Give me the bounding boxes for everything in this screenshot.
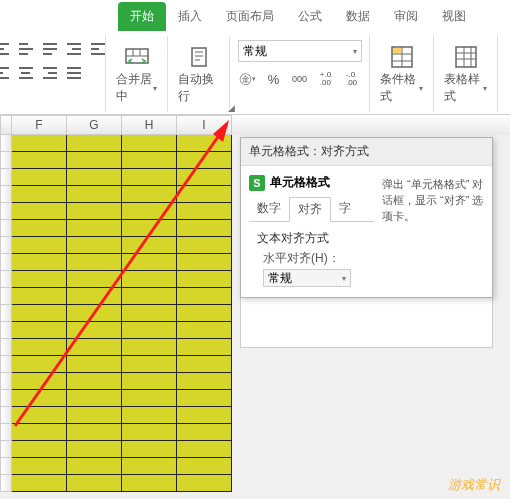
cell[interactable] — [177, 339, 232, 356]
row-header[interactable] — [0, 339, 12, 356]
cell[interactable] — [12, 322, 67, 339]
row-header[interactable] — [0, 169, 12, 186]
cell[interactable] — [177, 390, 232, 407]
comma-style-button[interactable]: 000 — [289, 68, 311, 90]
cell[interactable] — [12, 220, 67, 237]
table-style-button[interactable]: 表格样式▾ — [444, 71, 487, 105]
number-format-select[interactable]: 常规▾ — [238, 40, 362, 62]
subtab-font[interactable]: 字 — [331, 197, 359, 221]
align-right-button[interactable] — [39, 62, 61, 84]
cell[interactable] — [12, 356, 67, 373]
cell[interactable] — [122, 356, 177, 373]
cell[interactable] — [122, 475, 177, 492]
tab-start[interactable]: 开始 — [118, 2, 166, 31]
currency-button[interactable]: ㊎▾ — [237, 68, 259, 90]
cell[interactable] — [122, 373, 177, 390]
cell[interactable] — [12, 424, 67, 441]
cell[interactable] — [122, 288, 177, 305]
cell[interactable] — [12, 135, 67, 152]
row-header[interactable] — [0, 254, 12, 271]
cell[interactable] — [67, 458, 122, 475]
cell[interactable] — [122, 237, 177, 254]
cell[interactable] — [177, 475, 232, 492]
cell[interactable] — [177, 135, 232, 152]
row-header[interactable] — [0, 322, 12, 339]
row-header[interactable] — [0, 356, 12, 373]
cell[interactable] — [122, 169, 177, 186]
cell[interactable] — [67, 237, 122, 254]
subtab-number[interactable]: 数字 — [249, 197, 289, 221]
tab-insert[interactable]: 插入 — [166, 2, 214, 31]
cell[interactable] — [122, 220, 177, 237]
row-header[interactable] — [0, 186, 12, 203]
cell[interactable] — [12, 305, 67, 322]
cell[interactable] — [177, 373, 232, 390]
cell[interactable] — [122, 254, 177, 271]
cell[interactable] — [12, 441, 67, 458]
tab-view[interactable]: 视图 — [430, 2, 478, 31]
conditional-format-button[interactable]: 条件格式▾ — [380, 71, 423, 105]
tab-review[interactable]: 审阅 — [382, 2, 430, 31]
cell[interactable] — [12, 390, 67, 407]
cell[interactable] — [12, 169, 67, 186]
cell[interactable] — [122, 152, 177, 169]
cell[interactable] — [177, 271, 232, 288]
cell[interactable] — [177, 169, 232, 186]
cell[interactable] — [122, 390, 177, 407]
cell[interactable] — [122, 441, 177, 458]
cell[interactable] — [177, 305, 232, 322]
cell[interactable] — [12, 271, 67, 288]
cell[interactable] — [12, 186, 67, 203]
cell[interactable] — [67, 339, 122, 356]
tab-data[interactable]: 数据 — [334, 2, 382, 31]
cell[interactable] — [122, 339, 177, 356]
row-header[interactable] — [0, 424, 12, 441]
row-header[interactable] — [0, 220, 12, 237]
row-header[interactable] — [0, 237, 12, 254]
cell[interactable] — [67, 475, 122, 492]
cell[interactable] — [67, 271, 122, 288]
cell[interactable] — [122, 407, 177, 424]
col-header[interactable]: F — [12, 115, 67, 135]
cell[interactable] — [67, 407, 122, 424]
row-header[interactable] — [0, 441, 12, 458]
orientation-button[interactable] — [63, 62, 85, 84]
cell[interactable] — [67, 390, 122, 407]
row-header[interactable] — [0, 475, 12, 492]
cell[interactable] — [177, 203, 232, 220]
cell[interactable] — [122, 305, 177, 322]
indent-decrease-button[interactable] — [63, 38, 85, 60]
row-header[interactable] — [0, 458, 12, 475]
percent-button[interactable]: % — [263, 68, 285, 90]
row-header[interactable] — [0, 152, 12, 169]
align-left-button[interactable] — [0, 62, 13, 84]
cell[interactable] — [67, 186, 122, 203]
alignment-dialog-launcher[interactable]: ◢ — [228, 103, 238, 113]
cell[interactable] — [122, 458, 177, 475]
cell[interactable] — [67, 288, 122, 305]
cell[interactable] — [67, 152, 122, 169]
row-header[interactable] — [0, 288, 12, 305]
col-header[interactable]: I — [177, 115, 232, 135]
subtab-align[interactable]: 对齐 — [289, 197, 331, 222]
align-center-button[interactable] — [15, 62, 37, 84]
cell[interactable] — [67, 322, 122, 339]
cell[interactable] — [67, 135, 122, 152]
wrap-text-button[interactable]: 自动换行 — [178, 71, 219, 105]
row-header[interactable] — [0, 305, 12, 322]
row-header[interactable] — [0, 407, 12, 424]
row-header[interactable] — [0, 203, 12, 220]
cell[interactable] — [177, 322, 232, 339]
cell[interactable] — [177, 186, 232, 203]
cell[interactable] — [67, 203, 122, 220]
row-header[interactable] — [0, 135, 12, 152]
cell[interactable] — [177, 458, 232, 475]
row-header[interactable] — [0, 373, 12, 390]
cell[interactable] — [177, 288, 232, 305]
cell[interactable] — [67, 373, 122, 390]
cell[interactable] — [67, 169, 122, 186]
cell[interactable] — [67, 424, 122, 441]
align-middle-button[interactable] — [15, 38, 37, 60]
cell[interactable] — [177, 220, 232, 237]
cell[interactable] — [177, 407, 232, 424]
